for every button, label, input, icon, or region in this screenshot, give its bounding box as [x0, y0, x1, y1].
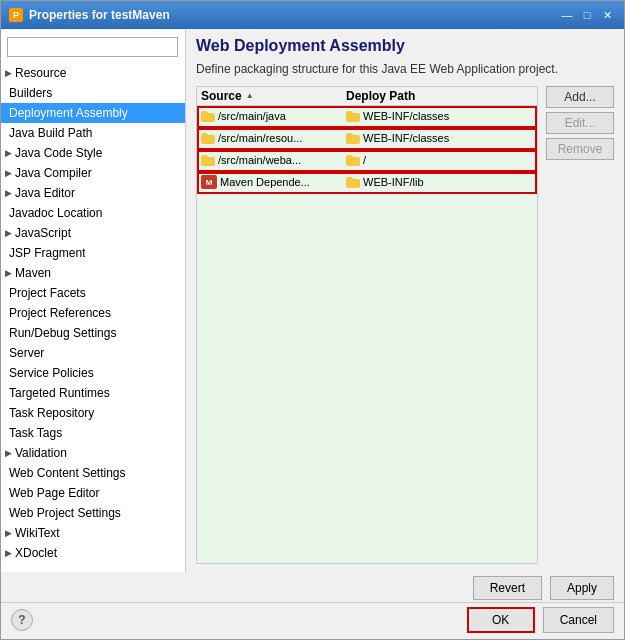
search-input[interactable] — [7, 37, 178, 57]
window-icon: P — [9, 8, 23, 22]
deploy-cell: WEB-INF/classes — [346, 110, 533, 122]
help-button[interactable]: ? — [11, 609, 33, 631]
sidebar-item-label: Javadoc Location — [9, 206, 102, 220]
title-bar-left: P Properties for testMaven — [9, 8, 170, 22]
table-body: /src/main/javaWEB-INF/classes/src/main/r… — [197, 106, 537, 563]
sidebar-item-label: Service Policies — [9, 366, 94, 380]
sidebar-item-rundebug-settings[interactable]: Run/Debug Settings — [1, 323, 185, 343]
deploy-folder-icon — [346, 177, 360, 188]
sidebar-item-label: Deployment Assembly — [9, 106, 128, 120]
deploy-folder-icon — [346, 133, 360, 144]
deploy-folder-icon — [346, 111, 360, 122]
sidebar-item-label: Java Code Style — [15, 146, 102, 160]
sidebar-item-label: Java Build Path — [9, 126, 92, 140]
properties-window: P Properties for testMaven — □ ✕ ▶Resour… — [0, 0, 625, 640]
title-controls: — □ ✕ — [558, 7, 616, 23]
close-button[interactable]: ✕ — [598, 7, 616, 23]
sidebar-item-label: Validation — [15, 446, 67, 460]
sidebar-item-label: Targeted Runtimes — [9, 386, 110, 400]
sidebar-item-resource[interactable]: ▶Resource — [1, 63, 185, 83]
sidebar-item-maven[interactable]: ▶Maven — [1, 263, 185, 283]
sidebar-item-java-build-path[interactable]: Java Build Path — [1, 123, 185, 143]
ok-button[interactable]: OK — [467, 607, 535, 633]
source-text: Maven Depende... — [220, 176, 310, 188]
deploy-text: WEB-INF/lib — [363, 176, 424, 188]
sidebar-item-project-references[interactable]: Project References — [1, 303, 185, 323]
sidebar-item-builders[interactable]: Builders — [1, 83, 185, 103]
add-button[interactable]: Add... — [546, 86, 614, 108]
sidebar-item-label: Java Editor — [15, 186, 75, 200]
folder-icon — [201, 133, 215, 144]
assembly-table: Source ▲ Deploy Path /src/main/javaWEB-I… — [196, 86, 538, 564]
sidebar-item-label: Web Project Settings — [9, 506, 121, 520]
ok-cancel-group: OK Cancel — [467, 607, 614, 633]
sidebar-item-javadoc-location[interactable]: Javadoc Location — [1, 203, 185, 223]
sidebar-item-label: XDoclet — [15, 546, 57, 560]
sidebar-item-web-content-settings[interactable]: Web Content Settings — [1, 463, 185, 483]
deploy-cell: WEB-INF/classes — [346, 132, 533, 144]
sidebar-item-jsp-fragment[interactable]: JSP Fragment — [1, 243, 185, 263]
deploy-text: WEB-INF/classes — [363, 110, 449, 122]
sidebar-item-validation[interactable]: ▶Validation — [1, 443, 185, 463]
deploy-folder-icon — [346, 155, 360, 166]
main-content: ▶ResourceBuildersDeployment AssemblyJava… — [1, 29, 624, 572]
sidebar-item-label: WikiText — [15, 526, 60, 540]
panel-title: Web Deployment Assembly — [196, 37, 614, 55]
sidebar-item-service-policies[interactable]: Service Policies — [1, 363, 185, 383]
sidebar-item-javascript[interactable]: ▶JavaScript — [1, 223, 185, 243]
sidebar-item-task-tags[interactable]: Task Tags — [1, 423, 185, 443]
sidebar-item-wikitext[interactable]: ▶WikiText — [1, 523, 185, 543]
expand-arrow-icon: ▶ — [5, 228, 12, 238]
sidebar-item-label: Java Compiler — [15, 166, 92, 180]
sidebar-item-deployment-assembly[interactable]: Deployment Assembly — [1, 103, 185, 123]
sidebar-item-label: Task Repository — [9, 406, 94, 420]
sidebar-item-task-repository[interactable]: Task Repository — [1, 403, 185, 423]
apply-button[interactable]: Apply — [550, 576, 614, 600]
folder-icon — [201, 155, 215, 166]
cancel-button[interactable]: Cancel — [543, 607, 614, 633]
sidebar-item-label: Web Content Settings — [9, 466, 126, 480]
sidebar-item-label: Task Tags — [9, 426, 62, 440]
sidebar-item-label: Resource — [15, 66, 66, 80]
source-text: /src/main/java — [218, 110, 286, 122]
source-cell: /src/main/weba... — [201, 154, 346, 166]
sidebar-item-xdoclet[interactable]: ▶XDoclet — [1, 543, 185, 563]
table-row[interactable]: MMaven Depende...WEB-INF/lib — [197, 172, 537, 194]
sidebar-item-targeted-runtimes[interactable]: Targeted Runtimes — [1, 383, 185, 403]
deploy-cell: WEB-INF/lib — [346, 176, 533, 188]
sidebar: ▶ResourceBuildersDeployment AssemblyJava… — [1, 29, 186, 572]
side-buttons: Add... Edit... Remove — [546, 86, 614, 564]
sidebar-item-label: JavaScript — [15, 226, 71, 240]
sidebar-item-web-page-editor[interactable]: Web Page Editor — [1, 483, 185, 503]
sidebar-item-project-facets[interactable]: Project Facets — [1, 283, 185, 303]
maximize-button[interactable]: □ — [578, 7, 596, 23]
edit-button[interactable]: Edit... — [546, 112, 614, 134]
remove-button[interactable]: Remove — [546, 138, 614, 160]
sidebar-item-java-editor[interactable]: ▶Java Editor — [1, 183, 185, 203]
table-header: Source ▲ Deploy Path — [197, 87, 537, 106]
folder-icon — [201, 111, 215, 122]
sidebar-item-label: Project Facets — [9, 286, 86, 300]
deploy-cell: / — [346, 154, 533, 166]
source-cell: /src/main/resou... — [201, 132, 346, 144]
expand-arrow-icon: ▶ — [5, 448, 12, 458]
table-row[interactable]: /src/main/javaWEB-INF/classes — [197, 106, 537, 128]
maven-icon: M — [201, 175, 217, 189]
expand-arrow-icon: ▶ — [5, 148, 12, 158]
sidebar-item-java-compiler[interactable]: ▶Java Compiler — [1, 163, 185, 183]
expand-arrow-icon: ▶ — [5, 268, 12, 278]
sort-arrow-icon: ▲ — [246, 91, 254, 100]
sidebar-item-java-code-style[interactable]: ▶Java Code Style — [1, 143, 185, 163]
minimize-button[interactable]: — — [558, 7, 576, 23]
sidebar-item-label: Builders — [9, 86, 52, 100]
sidebar-item-web-project-settings[interactable]: Web Project Settings — [1, 503, 185, 523]
table-row[interactable]: /src/main/resou...WEB-INF/classes — [197, 128, 537, 150]
title-bar: P Properties for testMaven — □ ✕ — [1, 1, 624, 29]
window-title: Properties for testMaven — [29, 8, 170, 22]
expand-arrow-icon: ▶ — [5, 548, 12, 558]
source-text: /src/main/weba... — [218, 154, 301, 166]
sidebar-item-server[interactable]: Server — [1, 343, 185, 363]
table-row[interactable]: /src/main/weba.../ — [197, 150, 537, 172]
revert-button[interactable]: Revert — [473, 576, 542, 600]
panel-description: Define packaging structure for this Java… — [196, 61, 614, 78]
